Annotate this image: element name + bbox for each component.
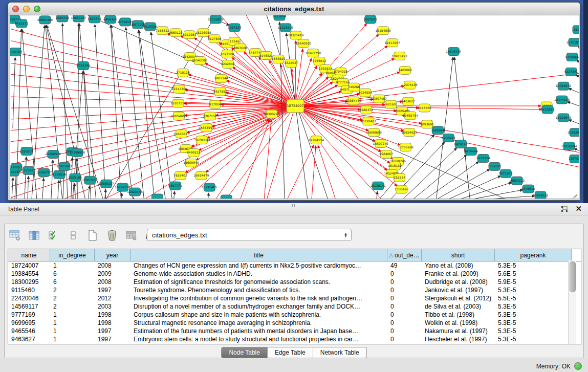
table-row[interactable]: 911546021997Tourette syndrome. Phenomeno… <box>8 286 581 294</box>
table-tabs: Node TableEdge TableNetwork Table <box>5 347 583 358</box>
graph-node-label: 8912954 <box>183 33 197 36</box>
graph-edge <box>287 145 314 199</box>
graph-edge <box>208 193 209 199</box>
table-cell-year: 2008 <box>95 278 130 286</box>
table-panel-header[interactable]: Table Panel ✕ <box>0 203 588 215</box>
graph-edge <box>25 157 27 199</box>
network-window[interactable]: citations_edges.txt 18724007183002951938… <box>8 2 580 201</box>
tab-network-table[interactable]: Network Table <box>313 347 367 358</box>
table-row[interactable]: 1456911722003Disruption of a novel membe… <box>8 302 581 311</box>
table-cell-title: Estimation of the future numbers of pati… <box>130 327 387 335</box>
select-all-icon[interactable] <box>48 229 60 242</box>
table-cell-name: 14569117 <box>8 302 50 311</box>
graph-node-label: 15218506 <box>278 26 294 29</box>
graph-node-label: 7163822 <box>156 29 169 32</box>
window-title: citations_edges.txt <box>8 5 580 13</box>
scrollbar-thumb[interactable] <box>570 261 576 292</box>
sort-ascending-icon: △ <box>389 252 393 258</box>
show-columns-icon[interactable] <box>28 229 40 242</box>
graph-edge <box>111 25 121 199</box>
table-selector-dropdown[interactable]: citations_edges.txt ▲▼ <box>147 229 352 241</box>
graph-node-label: 18300295 <box>264 112 280 116</box>
graph-node-label: 18325419 <box>288 33 304 37</box>
graph-edge <box>413 155 467 199</box>
row-selection-icon[interactable] <box>67 229 79 242</box>
graph-edge <box>58 180 59 199</box>
table-cell-in_degree: 2 <box>50 294 95 302</box>
table-row[interactable]: 946362711997Embryonic stem cells: a mode… <box>8 335 581 343</box>
graph-node-label: 2094719 <box>55 16 69 19</box>
column-header-label: name <box>21 252 36 259</box>
table-row[interactable]: 2242004622012Investigating the contribut… <box>8 294 581 302</box>
table-cell-title: Estimation of significance thresholds fo… <box>130 278 387 286</box>
column-header-short[interactable]: short <box>422 249 495 261</box>
new-table-icon[interactable] <box>86 229 99 242</box>
table-cell-name: 18300295 <box>8 278 50 286</box>
graph-node-label: 15720407 <box>361 119 377 123</box>
column-header-pagerank[interactable]: pagerank <box>495 249 572 261</box>
table-cell-in_degree: 2 <box>50 302 95 311</box>
graph-node-label: 917004 <box>209 102 221 106</box>
graph-node-label: 6794028 <box>334 70 348 73</box>
column-header-name[interactable]: name <box>8 249 50 261</box>
zoom-window-button[interactable] <box>34 6 40 12</box>
graph-node-label: 16543367 <box>192 59 208 62</box>
table-cell-out_degree: 0 <box>387 278 422 286</box>
window-titlebar[interactable]: citations_edges.txt <box>8 3 580 15</box>
graph-node-label: 17016504 <box>561 144 577 148</box>
graph-edge <box>482 196 535 199</box>
graph-node-label: 15751074 <box>567 40 579 44</box>
graph-node-label: 8427552 <box>213 90 227 93</box>
column-header-in_degree[interactable]: in_degree <box>50 249 95 261</box>
table-toolbar: f(x) <box>9 227 157 244</box>
column-header-year[interactable]: year <box>95 249 130 261</box>
table-cell-year: 2009 <box>95 270 130 278</box>
delete-table-icon[interactable] <box>106 229 118 242</box>
graph-node-label: 18640910 <box>296 41 312 45</box>
import-table-icon[interactable] <box>125 229 138 242</box>
table-cell-in_degree: 2 <box>50 286 95 294</box>
panel-splitter-grip[interactable] <box>292 204 296 207</box>
column-header-title[interactable]: title <box>130 249 387 261</box>
graph-edge <box>11 106 291 152</box>
graph-node-label: 7986372 <box>359 108 373 112</box>
graph-node-label: 15716485 <box>202 185 217 189</box>
close-window-button[interactable] <box>12 6 19 12</box>
column-header-out_degree[interactable]: △out_de… <box>387 249 422 261</box>
tab-edge-table[interactable]: Edge Table <box>268 347 313 358</box>
table-row[interactable]: 1830029562008Estimation of significance … <box>8 278 581 286</box>
graph-node-label: 19495794 <box>402 114 418 117</box>
graph-node[interactable] <box>221 195 232 199</box>
graph-edge <box>51 160 53 199</box>
float-panel-icon[interactable] <box>561 206 568 212</box>
table-row[interactable]: 977716911998Corpus callosum shape and si… <box>8 311 581 319</box>
graph-node-label: 1588520 <box>272 57 286 61</box>
network-canvas[interactable]: 1872400718300295193845547163822966012389… <box>10 15 579 199</box>
window-resize-grip[interactable] <box>572 191 578 198</box>
minimize-window-button[interactable] <box>23 6 30 12</box>
table-row[interactable]: 1872400712008Changes of HCN gene express… <box>8 261 581 270</box>
table-row[interactable]: 969969511998Structural magnetic resonanc… <box>8 319 581 327</box>
column-header-label: year <box>106 252 118 259</box>
table-cell-year: 1997 <box>95 286 130 294</box>
table-cell-pagerank: 5.9E-5 <box>495 278 572 286</box>
table-cell-in_degree: 6 <box>50 270 95 278</box>
graph-node-label: 10975887 <box>57 164 73 168</box>
table-cell-pagerank: 5.3E-5 <box>495 261 572 270</box>
table-row[interactable]: 1938455462009Genome-wide association stu… <box>8 270 581 278</box>
table-header-row: namein_degreeyeartitle△out_de…shortpager… <box>8 249 581 261</box>
table-cell-out_degree: 0 <box>387 335 422 343</box>
graph-node-label: 9660123 <box>169 31 183 34</box>
table-cell-title: Tourette syndrome. Phenomenology and cla… <box>130 286 387 294</box>
table-row[interactable]: 946554611997Estimation of the future num… <box>8 327 581 335</box>
tab-node-table[interactable]: Node Table <box>221 347 268 358</box>
table-vertical-scrollbar[interactable] <box>568 260 576 344</box>
graph-node-label: 17546 <box>230 39 239 43</box>
graph-node-label: 2867608 <box>233 46 247 50</box>
graph-node-label: 6479197 <box>454 142 468 146</box>
graph-node[interactable] <box>152 194 163 199</box>
table-mode-icon[interactable] <box>9 229 21 242</box>
graph-node-label: 20364436 <box>346 99 362 102</box>
close-panel-icon[interactable]: ✕ <box>575 205 582 213</box>
graph-node-label: 2015346 <box>76 63 90 67</box>
